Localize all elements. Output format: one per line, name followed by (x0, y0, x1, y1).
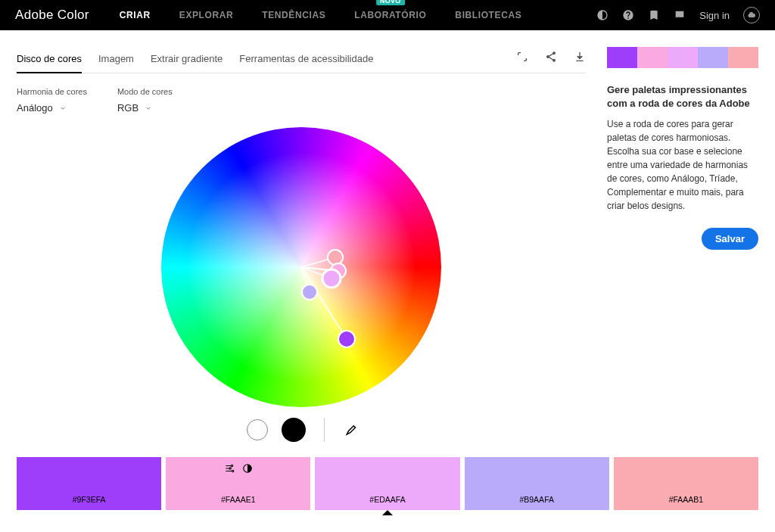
swatch-hex: #EDAAFA (369, 495, 405, 504)
subtabs-row: Disco de cores Imagem Extrair gradiente … (17, 47, 586, 73)
bookmark-icon[interactable] (648, 9, 660, 21)
svg-point-15 (232, 470, 233, 471)
signin-link[interactable]: Sign in (699, 10, 730, 21)
creative-cloud-icon[interactable] (743, 7, 760, 23)
svg-point-14 (229, 468, 231, 469)
preview-swatch[interactable] (698, 47, 728, 68)
subtab-imagem[interactable]: Imagem (98, 47, 134, 73)
nav-tabs: CRIAR EXPLORAR TENDÊNCIAS Novo LABORATÓR… (120, 10, 596, 20)
swatch[interactable]: #FAAAB1 (614, 457, 758, 510)
swatch-hex: #9F3EFA (73, 495, 106, 504)
badge-novo: Novo (376, 0, 405, 5)
subtab-acessibilidade[interactable]: Ferramentas de acessibilidade (239, 47, 373, 73)
nav-tab-bibliotecas[interactable]: BIBLIOTECAS (455, 10, 521, 20)
preview-swatch[interactable] (637, 47, 668, 68)
sliders-icon[interactable] (224, 463, 235, 474)
eyedropper-icon[interactable] (343, 423, 356, 437)
svg-point-13 (231, 465, 232, 466)
download-icon[interactable] (574, 51, 586, 63)
swatch-hex: #FAAAB1 (669, 495, 704, 504)
swatch[interactable]: #EDAAFA (315, 457, 459, 510)
preview-swatch[interactable] (607, 47, 637, 68)
swatch[interactable]: #9F3EFA (17, 457, 161, 510)
mode-select[interactable]: RGB (117, 102, 173, 114)
svg-point-2 (553, 59, 556, 61)
moon-icon[interactable] (596, 9, 608, 21)
chevron-down-icon (145, 104, 152, 112)
swatch-tools (224, 463, 253, 474)
swatch[interactable]: #B9AAFA (465, 457, 609, 510)
nav-tab-criar[interactable]: CRIAR (120, 10, 151, 20)
palette-preview (607, 47, 758, 68)
nav-tab-explorar[interactable]: EXPLORAR (179, 10, 233, 20)
preview-swatch[interactable] (728, 47, 758, 68)
bg-black-toggle[interactable] (282, 418, 306, 442)
svg-point-0 (553, 52, 556, 54)
nav-tab-tendencias[interactable]: TENDÊNCIAS (262, 10, 325, 20)
fullscreen-icon[interactable] (516, 51, 528, 63)
bg-white-toggle[interactable] (247, 419, 268, 440)
help-icon[interactable] (622, 9, 634, 21)
subtab-gradiente[interactable]: Extrair gradiente (151, 47, 223, 73)
nav-right: Sign in (596, 7, 760, 23)
support-icon[interactable] (674, 9, 686, 21)
swatch[interactable]: #FAAAE1 (166, 457, 310, 510)
harmony-label: Harmonia de cores (17, 87, 87, 96)
color-wheel[interactable] (161, 127, 441, 407)
top-nav: Adobe Color CRIAR EXPLORAR TENDÊNCIAS No… (0, 0, 775, 30)
nav-tab-laboratorio[interactable]: Novo LABORATÓRIO (354, 10, 426, 20)
chevron-down-icon (59, 104, 67, 112)
swatch-strip: #9F3EFA #FAAAE1 #EDAAFA #B9AAFA #FAAAB1 (0, 457, 775, 524)
brand-logo: Adobe Color (15, 8, 89, 23)
save-button[interactable]: Salvar (702, 228, 758, 250)
controls: Harmonia de cores Análogo Modo de cores … (17, 87, 586, 114)
divider (324, 418, 325, 442)
contrast-icon[interactable] (242, 463, 253, 474)
harmony-select[interactable]: Análogo (17, 102, 87, 114)
preview-swatch[interactable] (668, 47, 698, 68)
wheel-gradient (161, 127, 441, 407)
subtab-disco[interactable]: Disco de cores (17, 47, 82, 73)
share-icon[interactable] (545, 51, 557, 63)
background-toggle (17, 418, 586, 442)
sidebar-description: Use a roda de cores para gerar paletas d… (607, 117, 758, 213)
svg-point-1 (547, 56, 549, 58)
swatch-hex: #FAAAE1 (221, 495, 256, 504)
swatch-hex: #B9AAFA (519, 495, 554, 504)
sidebar-title: Gere paletas impressionantes com a roda … (607, 83, 758, 110)
mode-label: Modo de cores (117, 87, 173, 96)
